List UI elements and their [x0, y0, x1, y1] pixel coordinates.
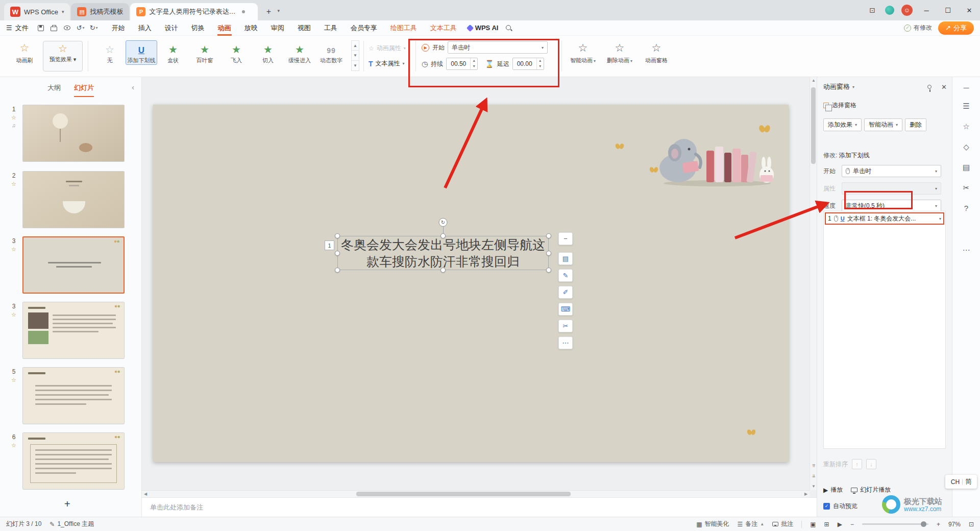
collapse-sidebar-icon[interactable]: ─: [964, 83, 969, 92]
smart-animation-pane-button[interactable]: 智能动画 ▾: [864, 118, 902, 131]
rotation-handle[interactable]: ↻: [439, 218, 448, 227]
selection-pane-button[interactable]: 选择窗格: [823, 101, 856, 110]
gallery-expand-icon[interactable]: ▼: [351, 61, 359, 71]
split-window-icon[interactable]: ⊡: [864, 0, 881, 20]
slide-thumbnail-1[interactable]: [22, 105, 125, 162]
file-menu[interactable]: ☰ 文件: [0, 23, 35, 33]
selection-handle[interactable]: [546, 268, 551, 273]
clip-icon[interactable]: ✂: [963, 183, 970, 192]
start-dropdown[interactable]: 单击时 ▾: [842, 165, 941, 177]
format-painter-button[interactable]: ✐: [558, 286, 573, 299]
chart-icon[interactable]: ▤: [963, 163, 970, 172]
slide-thumbnail-4[interactable]: [22, 302, 125, 359]
zoom-out-button[interactable]: −: [850, 521, 854, 528]
spin-up-icon[interactable]: ▲: [537, 58, 544, 64]
start-setting-dropdown[interactable]: 单击时 ▾: [448, 41, 548, 54]
animation-pane-button[interactable]: ☆ 动画窗格: [640, 40, 673, 64]
maximize-button[interactable]: ☐: [937, 0, 959, 20]
effect-box[interactable]: ★ 盒状: [157, 40, 189, 65]
preview-effect-button[interactable]: ☆ 预览效果 ▾: [43, 41, 83, 71]
properties-icon[interactable]: ☰: [963, 102, 969, 111]
tab-insert[interactable]: 插入: [132, 20, 158, 36]
chevron-down-icon[interactable]: ▾: [542, 45, 544, 50]
notes-bar[interactable]: 单击此处添加备注: [142, 497, 817, 517]
chevron-down-icon[interactable]: ▾: [896, 123, 898, 127]
tab-slideshow[interactable]: 放映: [238, 20, 264, 36]
redo-chevron-icon[interactable]: ▾: [96, 26, 98, 30]
save-button[interactable]: [35, 22, 47, 34]
search-icon[interactable]: [505, 25, 512, 32]
tab-home[interactable]: 开始: [105, 20, 132, 36]
tab-transition[interactable]: 切换: [185, 20, 211, 36]
smart-animation-button[interactable]: ☆ 智能动画▾: [567, 40, 599, 64]
scroll-right-icon[interactable]: ▶: [802, 491, 810, 498]
selection-handle[interactable]: [546, 233, 551, 238]
chevron-down-icon[interactable]: ▾: [935, 204, 937, 208]
avatar[interactable]: ☺: [898, 0, 916, 20]
animation-order-badge[interactable]: 1: [325, 240, 334, 250]
tab-text-tools[interactable]: 文本工具: [424, 20, 463, 36]
slide-3-canvas[interactable]: 冬奥会发大会发出号地块左侧导航这 款车搜防水防汗非常搜回归 1 ↻ − ▤: [153, 105, 789, 462]
tab-review[interactable]: 审阅: [264, 20, 291, 36]
effect-fly-in[interactable]: ★ 飞入: [220, 40, 252, 65]
effect-none[interactable]: ☆ 无: [94, 40, 126, 65]
chevron-down-icon[interactable]: ▾: [852, 85, 854, 89]
close-pane-icon[interactable]: ✕: [941, 83, 947, 91]
animation-list-item-selected[interactable]: 1 U 文本框 1: 冬奥会发大会... ▾: [825, 212, 944, 225]
minimize-button[interactable]: ─: [916, 0, 937, 20]
tab-current-document[interactable]: P 文字是人类用符号记录表达信息以...: [130, 3, 258, 20]
vertical-scroll-thumb[interactable]: [811, 87, 816, 164]
play-button[interactable]: ▶ 播放: [823, 486, 843, 494]
selection-handle[interactable]: [335, 268, 340, 273]
ime-indicator[interactable]: CH 简: [945, 475, 977, 489]
new-tab-button[interactable]: +: [262, 5, 275, 18]
selected-textbox[interactable]: 冬奥会发大会发出号地块左侧导航这 款车搜防水防汗非常搜回归 1 ↻: [337, 236, 549, 270]
member-icon[interactable]: [881, 0, 898, 20]
present-button[interactable]: ⌨: [558, 303, 573, 316]
theme-indicator[interactable]: ✎ 1_Office 主题: [50, 520, 94, 528]
more-options-button[interactable]: ⋯: [558, 336, 573, 349]
chevron-down-icon[interactable]: ▾: [935, 169, 937, 174]
selection-handle[interactable]: [440, 233, 446, 238]
gallery-scroll-down-icon[interactable]: ▼: [351, 51, 359, 61]
chevron-down-icon[interactable]: ▾: [72, 56, 77, 62]
redo-button[interactable]: ↻▾: [88, 22, 100, 34]
normal-view-button[interactable]: ▣: [810, 521, 816, 528]
help-icon[interactable]: ?: [964, 204, 968, 212]
scroll-down-icon[interactable]: ▼: [810, 483, 817, 490]
slideshow-view-button[interactable]: ▶: [838, 521, 842, 528]
slide-thumbnail-2[interactable]: [22, 171, 125, 228]
print-preview-button[interactable]: [61, 22, 74, 34]
more-tools-icon[interactable]: ⋯: [963, 246, 970, 255]
delete-effect-button[interactable]: 删除: [905, 118, 926, 131]
smart-beautify-button[interactable]: ▦ 智能美化: [696, 520, 729, 528]
selection-handle[interactable]: [335, 233, 340, 238]
layers-button[interactable]: ▤: [558, 252, 573, 265]
spin-up-icon[interactable]: ▲: [471, 58, 477, 64]
auto-preview-checkbox[interactable]: ✓: [823, 503, 830, 510]
spin-down-icon[interactable]: ▼: [537, 64, 544, 69]
comments-button[interactable]: 批注: [772, 520, 793, 528]
slide-thumbnail-5[interactable]: [22, 367, 125, 424]
effect-add-underline[interactable]: U 添加下划线: [126, 40, 157, 65]
tab-outline[interactable]: 大纲: [47, 83, 61, 92]
fit-window-icon[interactable]: ⊡: [969, 521, 974, 528]
chevron-down-icon[interactable]: ▾: [594, 59, 596, 63]
speed-dropdown[interactable]: 非常快(0.5 秒) ▾: [842, 200, 941, 212]
edit-style-button[interactable]: ✎: [558, 269, 573, 282]
tab-tools[interactable]: 工具: [317, 20, 344, 36]
zoom-level[interactable]: 97%: [948, 521, 961, 528]
vertical-scrollbar[interactable]: ▲ ⇈ ⇊ ▼: [810, 77, 817, 490]
tab-slides[interactable]: 幻灯片: [74, 83, 94, 92]
undo-chevron-icon[interactable]: ▾: [83, 26, 85, 30]
delete-animation-button[interactable]: ☆ 删除动画▾: [603, 40, 636, 64]
chevron-down-icon[interactable]: ▾: [939, 216, 941, 221]
chevron-down-icon[interactable]: ▾: [630, 59, 632, 63]
chevron-down-icon[interactable]: ▾: [855, 123, 857, 127]
add-effect-button[interactable]: 添加效果 ▾: [823, 118, 862, 131]
horizontal-scroll-thumb[interactable]: [356, 492, 571, 496]
scroll-left-icon[interactable]: ◀: [142, 491, 149, 498]
delay-spinner[interactable]: 00.00 ▲▼: [512, 58, 544, 70]
text-property-button[interactable]: T 文本属性 ▾: [369, 59, 405, 68]
tab-template-store[interactable]: ▤ 找稿壳模板: [71, 3, 129, 20]
